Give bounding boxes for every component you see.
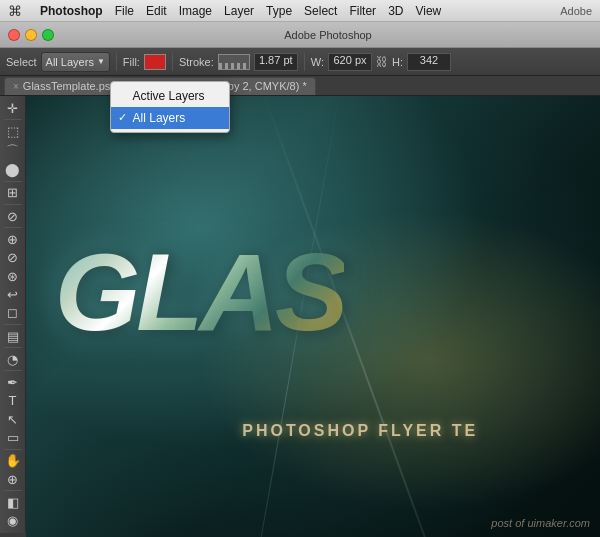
- tool-pen[interactable]: ✒: [2, 374, 24, 390]
- tool-gradient[interactable]: ▤: [2, 328, 24, 344]
- link-icon[interactable]: ⛓: [376, 55, 388, 69]
- tool-separator-6: [4, 347, 22, 348]
- menu-file[interactable]: File: [109, 0, 140, 22]
- menu-photoshop[interactable]: Photoshop: [34, 0, 109, 22]
- fill-color-swatch[interactable]: [144, 54, 166, 70]
- traffic-lights: [8, 29, 54, 41]
- apple-menu[interactable]: ⌘: [8, 3, 24, 19]
- tool-separator-5: [4, 324, 22, 325]
- select-label: Select: [6, 56, 37, 68]
- tool-brush[interactable]: ⊘: [2, 250, 24, 266]
- maximize-button[interactable]: [42, 29, 54, 41]
- close-button[interactable]: [8, 29, 20, 41]
- window-title: Adobe Photoshop: [64, 29, 592, 41]
- menu-filter[interactable]: Filter: [343, 0, 382, 22]
- app-title-right: Adobe: [560, 5, 592, 17]
- menubar: ⌘ Photoshop File Edit Image Layer Type S…: [0, 0, 600, 22]
- tool-separator-1: [4, 119, 22, 120]
- height-value-input[interactable]: 342: [407, 53, 451, 71]
- tool-hand[interactable]: ✋: [2, 453, 24, 469]
- tool-separator-8: [4, 449, 22, 450]
- tool-spot-heal[interactable]: ⊕: [2, 231, 24, 247]
- toolbox: ✛ ⬚ ⌒ ⬤ ⊞ ⊘ ⊕ ⊘ ⊛ ↩ ◻ ▤ ◔ ✒ T ↖ ▭ ✋ ⊕ ◧ …: [0, 96, 26, 533]
- tool-quick-select[interactable]: ⬤: [2, 162, 24, 178]
- options-toolbar: Select All Layers ▼ Active Layers ✓ All …: [0, 48, 600, 76]
- canvas-subtitle-text: PHOTOSHOP FLYER TE: [242, 422, 478, 440]
- minimize-button[interactable]: [25, 29, 37, 41]
- canvas-area: GLAS PHOTOSHOP FLYER TE post of uimaker.…: [26, 96, 600, 537]
- toolbar-separator-2: [172, 53, 173, 71]
- dropdown-item-active-layers[interactable]: Active Layers: [111, 85, 229, 107]
- layers-dropdown-menu: Active Layers ✓ All Layers: [110, 81, 230, 133]
- menu-view[interactable]: View: [409, 0, 447, 22]
- selected-checkmark-icon: ✓: [118, 111, 127, 124]
- tool-foreground-background[interactable]: ◧: [2, 494, 24, 510]
- canvas-background: GLAS PHOTOSHOP FLYER TE post of uimaker.…: [26, 96, 600, 537]
- width-label: W:: [311, 56, 324, 68]
- menu-type[interactable]: Type: [260, 0, 298, 22]
- titlebar: Adobe Photoshop: [0, 22, 600, 48]
- tool-separator-7: [4, 370, 22, 371]
- canvas-glas-text: GLAS: [55, 228, 345, 355]
- tool-separator-3: [4, 204, 22, 205]
- dropdown-value: All Layers: [46, 56, 94, 68]
- tool-move[interactable]: ✛: [2, 100, 24, 116]
- toolbar-separator-3: [304, 53, 305, 71]
- doc-tab-close-btn[interactable]: ×: [13, 81, 19, 92]
- tool-crop[interactable]: ⊞: [2, 185, 24, 201]
- menu-image[interactable]: Image: [173, 0, 218, 22]
- layer-select-dropdown[interactable]: All Layers ▼ Active Layers ✓ All Layers: [41, 52, 110, 72]
- canvas-credit-text: post of uimaker.com: [491, 517, 590, 529]
- tool-eraser[interactable]: ◻: [2, 305, 24, 321]
- tool-lasso[interactable]: ⌒: [2, 142, 24, 160]
- menu-select[interactable]: Select: [298, 0, 343, 22]
- tool-separator-9: [4, 490, 22, 491]
- dropdown-item-all-layers[interactable]: ✓ All Layers: [111, 107, 229, 129]
- tool-select-rect[interactable]: ⬚: [2, 123, 24, 139]
- tool-mode[interactable]: ◉: [2, 512, 24, 528]
- tool-eyedropper[interactable]: ⊘: [2, 208, 24, 224]
- width-value-input[interactable]: 620 px: [328, 53, 372, 71]
- tool-zoom[interactable]: ⊕: [2, 471, 24, 487]
- dropdown-arrow-icon: ▼: [97, 57, 105, 66]
- stroke-width-input[interactable]: 1.87 pt: [254, 53, 298, 71]
- tool-separator-4: [4, 227, 22, 228]
- tool-clone[interactable]: ⊛: [2, 268, 24, 284]
- stroke-label: Stroke:: [179, 56, 214, 68]
- fill-label: Fill:: [123, 56, 140, 68]
- document-tab-bar: × GlassTemplate.psd @ 65.6% (Ellipse 1 c…: [0, 76, 600, 96]
- stroke-style-swatch[interactable]: [218, 54, 250, 70]
- menu-layer[interactable]: Layer: [218, 0, 260, 22]
- tool-shape[interactable]: ▭: [2, 429, 24, 445]
- toolbar-separator-1: [116, 53, 117, 71]
- height-label: H:: [392, 56, 403, 68]
- tool-type[interactable]: T: [2, 393, 24, 409]
- menu-3d[interactable]: 3D: [382, 0, 409, 22]
- menu-edit[interactable]: Edit: [140, 0, 173, 22]
- tool-separator-2: [4, 181, 22, 182]
- tool-dodge[interactable]: ◔: [2, 351, 24, 367]
- tool-path-select[interactable]: ↖: [2, 411, 24, 427]
- tool-history-brush[interactable]: ↩: [2, 286, 24, 302]
